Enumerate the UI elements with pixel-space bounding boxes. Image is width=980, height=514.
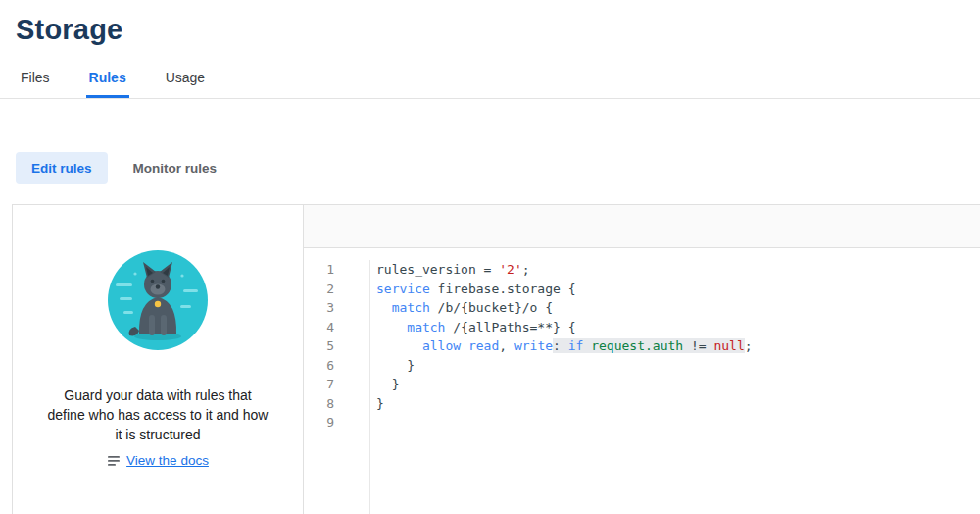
code-line[interactable]: } bbox=[376, 394, 980, 414]
docs-icon bbox=[107, 454, 121, 468]
code-line[interactable] bbox=[376, 413, 980, 433]
tab-rules[interactable]: Rules bbox=[86, 62, 129, 98]
view-docs-link[interactable]: View the docs bbox=[107, 453, 209, 468]
line-number: 1 bbox=[304, 260, 334, 280]
code-line[interactable]: } bbox=[376, 375, 980, 394]
line-number: 5 bbox=[304, 336, 334, 356]
line-number: 9 bbox=[304, 413, 334, 433]
line-number: 2 bbox=[304, 280, 334, 299]
editor-toolbar bbox=[304, 205, 980, 248]
line-number: 8 bbox=[304, 394, 334, 414]
editor-gutter: 123456789 bbox=[304, 260, 370, 514]
monitor-rules-button[interactable]: Monitor rules bbox=[122, 152, 229, 184]
editor-code[interactable]: rules_version = '2';service firebase.sto… bbox=[370, 260, 980, 514]
rules-description: Guard your data with rules that define w… bbox=[44, 386, 271, 444]
code-line[interactable]: match /b/{bucket}/o { bbox=[376, 298, 980, 318]
code-line[interactable]: service firebase.storage { bbox=[376, 280, 980, 299]
line-number: 3 bbox=[304, 298, 334, 318]
tab-usage[interactable]: Usage bbox=[163, 62, 208, 98]
rules-editor-panel: 123456789 rules_version = '2';service fi… bbox=[304, 205, 980, 514]
code-line[interactable]: rules_version = '2'; bbox=[376, 260, 980, 280]
rules-card: Guard your data with rules that define w… bbox=[12, 204, 980, 514]
edit-rules-button[interactable]: Edit rules bbox=[16, 152, 108, 184]
line-number: 4 bbox=[304, 318, 334, 337]
rules-sub-toolbar: Edit rules Monitor rules bbox=[16, 152, 980, 184]
view-docs-label: View the docs bbox=[126, 453, 209, 468]
guard-dog-illustration bbox=[106, 248, 210, 352]
code-line[interactable]: allow read, write: if request.auth != nu… bbox=[376, 336, 980, 356]
code-line[interactable]: match /{allPaths=**} { bbox=[376, 318, 980, 337]
storage-page: Storage Files Rules Usage Edit rules Mon… bbox=[0, 14, 980, 514]
line-number: 6 bbox=[304, 356, 334, 376]
tab-bar: Files Rules Usage bbox=[0, 62, 980, 99]
page-title: Storage bbox=[16, 14, 980, 46]
code-editor[interactable]: 123456789 rules_version = '2';service fi… bbox=[304, 248, 980, 514]
code-line[interactable]: } bbox=[376, 356, 980, 376]
tab-files[interactable]: Files bbox=[18, 62, 53, 98]
rules-info-panel: Guard your data with rules that define w… bbox=[12, 205, 304, 514]
line-number: 7 bbox=[304, 375, 334, 394]
